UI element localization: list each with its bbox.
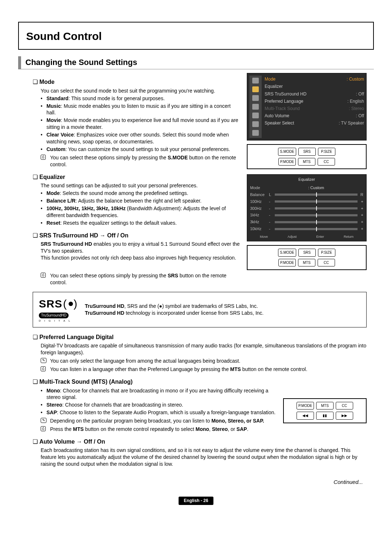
- osd-footer-hint: Adjust: [287, 235, 297, 239]
- body-text: You can select the sound mode to best su…: [41, 87, 241, 94]
- chapter-title: Sound Control: [19, 29, 373, 49]
- remote-button: CC: [318, 158, 335, 166]
- remote-button: CC: [318, 259, 335, 267]
- sub-title: Mode: [33, 78, 241, 86]
- bullet-list: Standard: This sound mode is for general…: [41, 95, 241, 153]
- menu-icon: [252, 78, 259, 83]
- bullet: Balance L/R: Adjusts the balance between…: [41, 197, 241, 204]
- osd-equalizer: Equalizer Mode: Custom BalanceLR 100Hz-+…: [247, 174, 367, 241]
- subsection-srs: SRS TruSurround HD → Off / On SRS TruSur…: [33, 232, 241, 286]
- remote-diagram: P.MODEMTSCC ◀◀▮▮▶▶: [283, 398, 367, 423]
- balance-slider: [275, 193, 358, 196]
- osd-footer-hint: Return: [344, 235, 354, 239]
- remote-diagram: S.MODESRSP.SIZE P.MODEMTSCC: [247, 245, 367, 270]
- note: ⎙ Press the MTS button on the remote con…: [41, 426, 277, 433]
- osd-menu-item: Auto Volume: Off: [265, 112, 364, 119]
- subsection-mode: Mode You can select the sound mode to be…: [33, 78, 241, 168]
- remote-button: CC: [336, 402, 353, 410]
- remote-button: SRS: [298, 249, 316, 257]
- osd-title: Equalizer: [250, 177, 363, 182]
- remote-button: P.SIZE: [318, 249, 335, 257]
- bullet: SAP: Choose to listen to the Separate Au…: [41, 409, 277, 416]
- remote-button: MTS: [298, 158, 315, 166]
- remote-note-icon: ⎙: [41, 155, 46, 160]
- eq-band-row: 10kHz-+: [250, 225, 363, 232]
- osd-side-icons: [249, 76, 262, 138]
- remote-note-icon: ⎙: [41, 273, 46, 278]
- sub-title: Auto Volume → Off / On: [33, 438, 367, 446]
- remote-button: SRS: [298, 148, 316, 156]
- trademark-text: TruSurround HD, SRS and the (●) symbol a…: [85, 303, 264, 317]
- note: ⎙ You can select these options simply by…: [41, 272, 241, 286]
- menu-icon: [252, 130, 259, 136]
- eq-band-row: 3kHz-+: [250, 219, 363, 225]
- osd-footer-hint: Enter: [316, 235, 324, 239]
- osd-menu-item: Speaker Select: TV Speaker: [265, 119, 364, 127]
- menu-icon: [252, 113, 259, 118]
- remote-button: MTS: [298, 259, 315, 267]
- gear-icon: [252, 104, 259, 110]
- subsection-equalizer: Equalizer The sound settings can be adju…: [33, 173, 241, 227]
- osd-sound-menu: Mode: CustomEqualizerSRS TruSurround HD:…: [247, 73, 367, 140]
- bullet: Stereo: Choose for channels that are bro…: [41, 402, 277, 408]
- note: ⎙ You can select these options simply by…: [41, 154, 241, 168]
- bullet: Standard: This sound mode is for general…: [41, 95, 241, 102]
- sub-title: SRS TruSurround HD → Off / On: [33, 232, 241, 240]
- bullet: Movie: Movie mode enables you to experie…: [41, 117, 241, 131]
- remote-button: P.MODE: [278, 259, 296, 267]
- sub-title: Preferred Language Digital: [33, 333, 367, 341]
- osd-menu-item: Preferred Language: English: [265, 98, 364, 105]
- content-body: Mode You can select the sound mode to be…: [18, 73, 374, 471]
- remote-button: ▶▶: [336, 412, 353, 420]
- osd-menu-item: Equalizer: [265, 83, 364, 90]
- body-text: Each broadcasting station has its own si…: [41, 447, 367, 468]
- note: ✎ You can only select the language from …: [41, 358, 367, 364]
- bullet: Reset: Resets the equalizer settings to …: [41, 220, 241, 227]
- srs-logo: SRS() TruSurroundHD D I G I T A L: [39, 297, 78, 323]
- note: ✎ Depending on the particular program be…: [41, 417, 277, 424]
- speaker-icon: [252, 86, 259, 92]
- dot-icon: [69, 302, 73, 306]
- remote-button: P.MODE: [297, 402, 314, 410]
- osd-menu-list: Mode: CustomEqualizerSRS TruSurround HD:…: [262, 76, 364, 138]
- body-text: SRS TruSurround HD enables you to enjoy …: [41, 241, 241, 254]
- remote-button: P.MODE: [278, 158, 296, 166]
- body-text: The sound settings can be adjusted to su…: [41, 182, 241, 189]
- doc-note-icon: ✎: [41, 358, 46, 363]
- bullet-list: Mono: Choose for channels that are broad…: [41, 387, 277, 416]
- osd-footer-hint: Move: [260, 235, 268, 239]
- remote-note-icon: ⎙: [41, 426, 46, 431]
- note: ⎙ You can listen in a language other tha…: [41, 366, 367, 373]
- continued-label: Continued...: [18, 478, 374, 486]
- body-text: Digital-TV broadcasts are capable of sim…: [41, 342, 367, 356]
- osd-menu-item: Multi-Track Sound: Stereo: [265, 105, 364, 112]
- subsection-auto-volume: Auto Volume → Off / On Each broadcasting…: [33, 438, 367, 468]
- page-number-pill: English - 26: [179, 497, 213, 505]
- remote-button: ◀◀: [297, 412, 314, 420]
- remote-button: MTS: [316, 402, 334, 410]
- subsection-mts: Multi-Track Sound (MTS) (Analog) Mono: C…: [33, 378, 277, 433]
- bullet: Music: Music mode enables you to listen …: [41, 103, 241, 117]
- remote-diagram: S.MODESRSP.SIZE P.MODEMTSCC: [247, 144, 367, 169]
- osd-menu-item: SRS TruSurround HD: Off: [265, 90, 364, 98]
- srs-trademark-box: SRS() TruSurroundHD D I G I T A L TruSur…: [33, 292, 367, 327]
- eq-band-row: 300Hz-+: [250, 205, 363, 212]
- subsection-preferred-language: Preferred Language Digital Digital-TV br…: [33, 333, 367, 373]
- remote-button: P.SIZE: [318, 148, 335, 156]
- bullet: Custom: You can customize the sound sett…: [41, 146, 241, 153]
- eq-band-row: 1kHz-+: [250, 212, 363, 219]
- eq-band-row: 100Hz-+: [250, 198, 363, 205]
- menu-icon: [252, 95, 259, 101]
- remote-button: S.MODE: [278, 148, 296, 156]
- chapter-header-box: Sound Control: [18, 22, 374, 50]
- doc-note-icon: ✎: [41, 418, 46, 423]
- sub-title: Equalizer: [33, 173, 241, 181]
- menu-icon: [252, 121, 259, 127]
- bullet: 100Hz, 300Hz, 1kHz, 3kHz, 10kHz (Bandwid…: [41, 205, 241, 219]
- remote-button: ▮▮: [316, 412, 334, 420]
- page-footer: English - 26: [18, 497, 374, 505]
- sub-title: Multi-Track Sound (MTS) (Analog): [33, 378, 277, 386]
- bullet-list: Mode: Selects the sound mode among the p…: [41, 190, 241, 226]
- remote-button: S.MODE: [278, 249, 296, 257]
- remote-note-icon: ⎙: [41, 366, 46, 371]
